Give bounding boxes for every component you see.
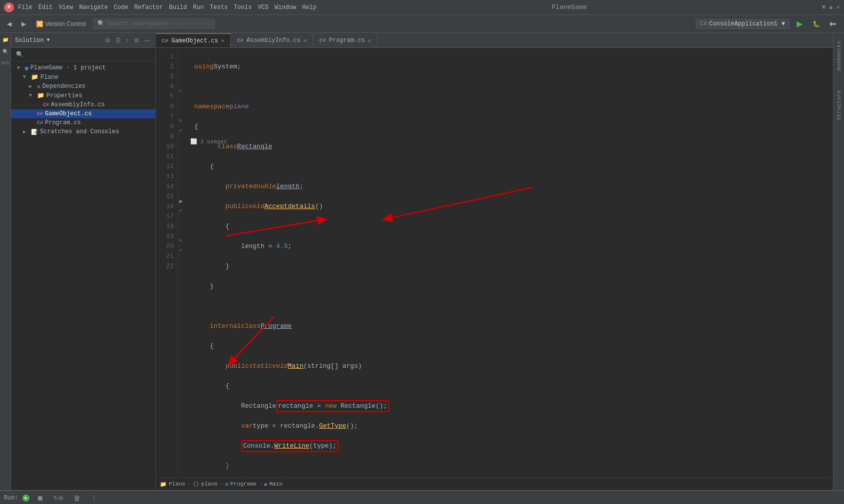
chevron-down-icon: ▼	[47, 37, 50, 43]
tree-item-properties[interactable]: ▼ 📁 Properties	[11, 91, 155, 100]
forward-button[interactable]: ▶	[18, 19, 29, 28]
menu-edit[interactable]: Edit	[38, 4, 53, 11]
breadcrumb-method[interactable]: Main	[269, 481, 282, 487]
tree-sort-btn[interactable]: ↕	[125, 36, 130, 45]
tree-label: Dependencies	[42, 83, 85, 90]
stop-button[interactable]: ⏹	[33, 493, 46, 503]
tree-gear-btn[interactable]: ⚙	[133, 36, 140, 45]
breadcrumb-sep: ›	[187, 481, 191, 487]
menu-window[interactable]: Window	[275, 4, 296, 11]
menu-help[interactable]: Help	[302, 4, 317, 11]
bottom-toolbar: Run: ⏹ ↻⊕ 🗑 ⋮	[0, 491, 844, 504]
more-options-button[interactable]: ⋮	[87, 493, 100, 503]
breadcrumb-namespace[interactable]: plane	[201, 481, 218, 487]
menu-bar[interactable]: File Edit View Navigate Code Refactor Bu…	[18, 4, 317, 11]
breadcrumb-class[interactable]: Programe	[230, 481, 257, 487]
right-sidebar-strip: Bookmarks Structure	[833, 33, 844, 490]
tree-label: GameObject.cs	[45, 110, 92, 117]
git-icon: 🔀	[36, 20, 43, 27]
tree-item-program[interactable]: C# Program.cs	[11, 118, 155, 127]
cs-icon: C#	[162, 38, 168, 44]
tree-item-plane[interactable]: ▼ 📁 Plane	[11, 72, 155, 82]
tree-item-dependencies[interactable]: ▶ ⚙ Dependencies	[11, 82, 155, 91]
code-content[interactable]: using System; namespace plane { ⬜ 2 usag…	[188, 48, 833, 478]
cs-icon: C#	[237, 37, 243, 43]
file-tree-toolbar: 🔍	[11, 48, 155, 61]
tree-item-gameobject[interactable]: C# GameObject.cs	[11, 109, 155, 118]
tree-label: Program.cs	[45, 119, 81, 126]
menu-run[interactable]: Run	[193, 4, 204, 11]
tree-settings-btn[interactable]: ⚙	[104, 36, 111, 45]
breadcrumb-sep: ›	[220, 481, 223, 487]
search-icon: 🔍	[97, 20, 105, 27]
bookmarks-label[interactable]: Bookmarks	[836, 41, 842, 70]
tree-label: PlaneGame · 1 project	[30, 64, 106, 71]
vcs-icon[interactable]: VCS	[1, 61, 9, 69]
menu-file[interactable]: File	[18, 4, 32, 11]
profile-button[interactable]: ▶▸	[827, 19, 840, 28]
clear-button[interactable]: 🗑	[70, 493, 83, 503]
menu-code[interactable]: Code	[114, 4, 128, 11]
back-button[interactable]: ◀	[4, 19, 14, 28]
main-layout: 📁 🔍 VCS Solution ▼ ⚙ ☰ ↕ ⚙ — 🔍 ▼ ▣ Plane…	[0, 33, 844, 490]
run-config[interactable]: C# ConsoleApplication1 ▼	[696, 19, 790, 29]
title-bar: R File Edit View Navigate Code Refactor …	[0, 0, 844, 15]
search-bar[interactable]: 🔍 Search everywhere Shift+Shift	[93, 18, 215, 29]
bottom-panel: Run: ⏹ ↻⊕ 🗑 ⋮ "D:\Study\Rider\JetBrains …	[0, 490, 844, 504]
tree-item-assemblyinfo[interactable]: C# AssemblyInfo.cs	[11, 100, 155, 109]
chevron-down-icon: ▼	[29, 93, 35, 98]
run-label: Run:	[4, 495, 18, 502]
menu-build[interactable]: Build	[169, 4, 187, 11]
debug-button[interactable]: 🐛	[810, 19, 823, 28]
project-icon: ▣	[25, 65, 28, 71]
cs-icon: C#	[43, 102, 49, 108]
menu-tests[interactable]: Tests	[210, 4, 228, 11]
tab-assemblyinfo[interactable]: C# AssemblyInfo.cs ✕	[231, 33, 313, 47]
menu-navigate[interactable]: Navigate	[79, 4, 108, 11]
code-editor[interactable]: 12345 678910 1112131415 1617181920 2122 …	[156, 48, 833, 478]
run-button-toolbar[interactable]: ▶	[794, 18, 806, 29]
bc-plane-icon: 📁	[160, 481, 167, 488]
tab-label: AssemblyInfo.cs	[247, 37, 301, 44]
chevron-right-icon: ▶	[23, 129, 29, 135]
menu-view[interactable]: View	[59, 4, 73, 11]
search-sidebar-icon[interactable]: 🔍	[1, 49, 9, 57]
explorer-icon[interactable]: 📁	[1, 37, 9, 45]
tree-label: AssemblyInfo.cs	[51, 101, 105, 108]
chevron-down-icon: ▼	[23, 74, 29, 80]
close-icon[interactable]: ✕	[368, 37, 372, 44]
run-green-button[interactable]	[22, 495, 29, 502]
app-title: PlaneGame	[321, 3, 818, 11]
rerun-button[interactable]: ↻⊕	[50, 494, 66, 503]
tree-label: Plane	[40, 74, 58, 81]
line-numbers: 12345 678910 1112131415 1617181920 2122	[156, 48, 178, 478]
tab-bar: C# GameObject.cs ✕ C# AssemblyInfo.cs ✕ …	[156, 33, 833, 48]
breadcrumb-bar: 📁 Plane › {} plane › ⚙ Programe › ◆ Main	[156, 478, 833, 490]
tree-minimize-btn[interactable]: —	[143, 36, 151, 45]
config-icon: C#	[700, 20, 707, 27]
version-control-button[interactable]: 🔀 Version Control	[33, 19, 89, 28]
tab-gameobject[interactable]: C# GameObject.cs ✕	[156, 33, 231, 47]
tree-search-btn[interactable]: 🔍	[15, 50, 24, 59]
chevron-right-icon: ▶	[29, 83, 35, 89]
props-icon: 📁	[37, 92, 44, 99]
menu-refactor[interactable]: Refactor	[134, 4, 163, 11]
left-sidebar-strip: 📁 🔍 VCS	[0, 33, 11, 490]
breadcrumb-plane[interactable]: Plane	[169, 481, 185, 487]
menu-tools[interactable]: Tools	[234, 4, 252, 11]
gutter: ◇ ◇ ◇ ▶ ◇ ◇ ◇	[178, 48, 188, 478]
folder-icon: 📁	[31, 73, 38, 81]
close-icon[interactable]: ✕	[304, 37, 307, 44]
structure-label[interactable]: Structure	[836, 90, 842, 120]
tree-collapse-btn[interactable]: ☰	[114, 36, 122, 45]
editor-area: C# GameObject.cs ✕ C# AssemblyInfo.cs ✕ …	[156, 33, 833, 490]
title-right: ▼ ▲ ✕	[822, 3, 840, 11]
close-icon[interactable]: ✕	[221, 37, 225, 44]
tree-item-scratches[interactable]: ▶ 📝 Scratches and Consoles	[11, 127, 155, 136]
file-tree-content: ▼ ▣ PlaneGame · 1 project ▼ 📁 Plane ▶ ⚙ …	[11, 61, 155, 490]
tab-program[interactable]: C# Program.cs ✕	[313, 33, 378, 47]
tree-item-planegame[interactable]: ▼ ▣ PlaneGame · 1 project	[11, 63, 155, 72]
menu-vcs[interactable]: VCS	[258, 4, 269, 11]
toolbar: ◀ ▶ 🔀 Version Control 🔍 Search everywher…	[0, 15, 844, 33]
tab-label: GameObject.cs	[171, 37, 218, 44]
